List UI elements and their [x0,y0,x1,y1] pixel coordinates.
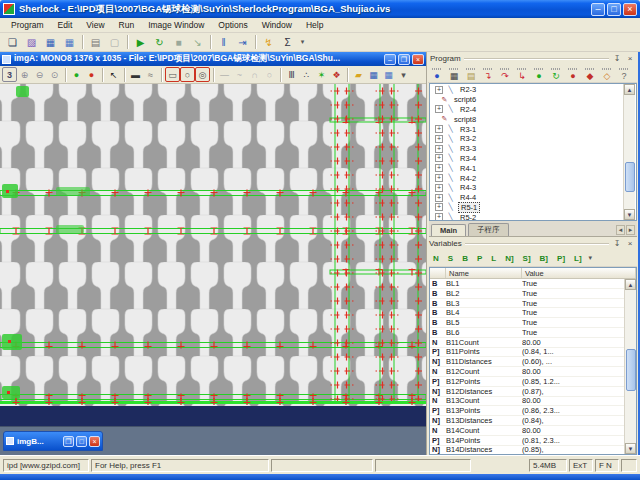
zoom-fit-icon[interactable]: ⊙ [47,67,62,82]
tree-item-r3-2[interactable]: ╲R3-2 [430,134,636,144]
variable-row-bl2[interactable]: BBL2True [430,289,636,299]
save-all-icon[interactable]: ▦ [61,34,78,50]
column-header-name[interactable]: Name [446,268,522,278]
tree-expander-icon[interactable] [435,86,443,94]
run-continuous-icon[interactable]: ↻ [151,34,168,50]
variable-type-button-l-array[interactable]: L] [570,252,586,265]
variable-row-b11distances[interactable]: N]B11Distances(0.60), ... [430,357,636,367]
step-over-icon[interactable]: ⇥ [234,34,251,50]
help-icon[interactable]: ? [616,66,632,81]
variable-row-b13count[interactable]: NB13Count80.00 [430,397,636,407]
tree-expander-icon[interactable] [435,174,443,182]
tree-item-r4-3[interactable]: ╲R4-3 [430,183,636,193]
tree-item-r2-4[interactable]: ╲R2-4 [430,105,636,115]
menu-item-options[interactable]: Options [211,19,254,31]
tab-scroll-right-icon[interactable]: ▸ [626,225,635,235]
variable-type-button-n-array[interactable]: N] [501,252,517,265]
save-image-as-icon[interactable]: ▦ [381,67,396,82]
menu-item-window[interactable]: Window [255,19,299,31]
roi-circle-icon[interactable]: ○ [180,67,195,82]
tree-expander-icon[interactable] [435,213,443,221]
scroll-up-icon[interactable]: ▲ [625,279,636,290]
variables-pane-close-icon[interactable]: × [625,239,635,249]
alg-green-icon[interactable]: ✶ [314,67,329,82]
tree-item-r5-2[interactable]: ╲R5-2 [430,212,636,221]
variable-row-b13distances[interactable]: N]B13Distances(0.84), [430,416,636,426]
variable-type-button-p[interactable]: P [473,252,486,265]
program-tree-scrollbar[interactable]: ▲▼ [623,84,635,220]
tree-item-r3-1[interactable]: ╲R3-1 [430,124,636,134]
scroll-up-icon[interactable]: ▲ [624,84,635,95]
pin-icon[interactable]: ↧ [612,54,622,64]
tree-item-r4-1[interactable]: ╲R4-1 [430,163,636,173]
save-icon[interactable]: ▦ [42,34,59,50]
tree-expander-icon[interactable] [435,194,443,202]
menu-item-help[interactable]: Help [299,19,330,31]
halt2-icon[interactable]: ● [565,66,581,81]
arc-tool-icon[interactable]: ∩ [247,67,262,82]
pointer-icon[interactable]: ↖ [106,67,121,82]
image-window-minimize-button[interactable] [384,54,396,65]
variable-type-button-s[interactable]: S [444,252,457,265]
variable-type-button-b-array[interactable]: B] [536,252,552,265]
call-icon[interactable]: ↴ [480,66,496,81]
line-tool-icon[interactable]: — [217,67,232,82]
stats-icon[interactable]: Σ [279,34,296,50]
branch-icon[interactable]: ◇ [599,66,615,81]
polyline-tool-icon[interactable]: ~ [232,67,247,82]
miniwin-restore-button[interactable] [63,436,74,447]
pause-icon[interactable]: ‖ [215,34,232,50]
variable-row-b12points[interactable]: P]B12Points(0.85, 1.2... [430,377,636,387]
variable-row-bl6[interactable]: BBL6True [430,328,636,338]
menu-item-program[interactable]: Program [4,19,51,31]
copy-icon[interactable]: ▢ [106,34,123,50]
menu-item-run[interactable]: Run [112,19,142,31]
tree-item-r4-2[interactable]: ╲R4-2 [430,173,636,183]
calipers-icon[interactable]: Ⅲ [284,67,299,82]
stop-icon[interactable]: ■ [170,34,187,50]
menu-item-edit[interactable]: Edit [51,19,80,31]
imgtoolbar-more-icon[interactable]: ▾ [396,67,411,82]
image-window-title-bar[interactable]: imgA: MONO8 1376 x 1035 - File: E:\IPD项目… [0,52,426,66]
open-program-icon[interactable]: ▨ [23,34,40,50]
tree-item-script8[interactable]: ✎script8 [430,114,636,124]
halt-icon[interactable]: ↯ [260,34,277,50]
variables-toolbar-more-icon[interactable]: ▾ [589,254,593,262]
variable-type-button-l[interactable]: L [487,252,500,265]
freeze-icon[interactable]: ● [84,67,99,82]
run-once-icon[interactable]: ▶ [132,34,149,50]
pin-icon[interactable]: ↧ [612,239,622,249]
ellipse-tool-icon[interactable]: ○ [262,67,277,82]
variable-type-button-s-array[interactable]: S] [519,252,535,265]
tree-expander-icon[interactable] [435,135,443,143]
variable-row-bl5[interactable]: BBL5True [430,318,636,328]
tree-item-r5-1[interactable]: ╲R5-1 [430,203,636,213]
column-header-value[interactable]: Value [522,268,636,278]
minimized-image-window[interactable]: imgB... [3,431,103,451]
variable-row-b14count[interactable]: NB14Count80.00 [430,426,636,436]
return-icon[interactable]: ↳ [514,66,530,81]
save-image-icon[interactable]: ▦ [366,67,381,82]
new-program-icon[interactable]: ❏ [4,34,21,50]
menu-item-image-window[interactable]: Image Window [141,19,211,31]
variable-row-b12count[interactable]: NB12Count80.00 [430,367,636,377]
scroll-down-icon[interactable]: ▼ [625,443,636,454]
menu-item-view[interactable]: View [79,19,111,31]
zoom-in-icon[interactable]: ⊕ [17,67,32,82]
tree-expander-icon[interactable] [435,154,443,162]
miniwin-close-button[interactable] [89,436,100,447]
variable-row-b13points[interactable]: P]B13Points(0.86, 2.3... [430,406,636,416]
variable-type-button-p-array[interactable]: P] [553,252,569,265]
variables-scrollbar[interactable]: ▲ ▼ [624,279,636,454]
variable-row-bl3[interactable]: BBL3True [430,299,636,309]
variable-type-button-n[interactable]: N [429,252,443,265]
tree-expander-icon[interactable] [435,164,443,172]
tree-item-r2-3[interactable]: ╲R2-3 [430,85,636,95]
points-icon[interactable]: ∴ [299,67,314,82]
variable-row-b11count[interactable]: NB11Count80.00 [430,338,636,348]
report-icon[interactable]: ▤ [87,34,104,50]
jump-icon[interactable]: ↷ [497,66,513,81]
inspection-image-canvas[interactable] [0,84,426,426]
image-window-close-button[interactable] [412,54,424,65]
maximize-button[interactable] [607,3,621,16]
